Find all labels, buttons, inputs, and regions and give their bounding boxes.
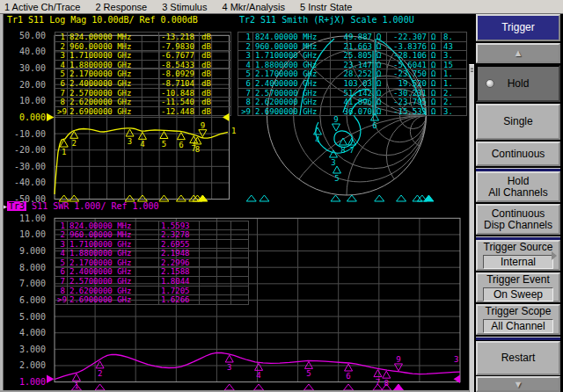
tr3-marker-6: 6	[345, 364, 353, 381]
tr3-marker-3: 3	[225, 355, 233, 372]
tr2-marker-cell: 6	[238, 79, 253, 89]
softkey-continuous-disp-channels[interactable]: ContinuousDisp Channels	[476, 204, 560, 235]
svg-text:3: 3	[227, 363, 231, 372]
menu-item-3[interactable]: 3 Stimulus	[162, 2, 207, 12]
tr1-stimulus-marker-3	[125, 195, 135, 201]
tr3-marker-cell: 2.5700000 GHz	[68, 277, 159, 287]
svg-text:4: 4	[140, 140, 144, 149]
svg-text:6: 6	[346, 372, 350, 381]
softkey-single[interactable]: Single	[476, 104, 560, 140]
tr1-marker-cell: dB	[200, 107, 231, 117]
svg-text:3: 3	[331, 158, 335, 167]
tr1-marker-cell: 1	[55, 33, 68, 42]
tr3-stimulus-marker-4	[254, 384, 264, 390]
tr2-marker-8: 8	[340, 138, 347, 155]
tr2-marker-cell: -23.750	[387, 69, 429, 79]
tr3-marker-cell	[231, 287, 249, 296]
softkey-value: All Channel	[483, 319, 553, 333]
softkey-scroll-down[interactable]: ▼	[476, 376, 560, 392]
softkey-hold-all-channels[interactable]: HoldAll Channels	[476, 171, 560, 202]
tr1-stimulus-marker-6	[176, 195, 186, 201]
tr1-title: Tr1 S11 Log Mag 10.00dB/ Ref 0.000dB	[7, 15, 198, 25]
softkey-splitter[interactable]	[469, 64, 474, 392]
tr2-marker-cell: 8.	[442, 33, 467, 42]
tr1-stimulus-marker-5	[159, 195, 169, 201]
tr1-marker-cell: -13.218	[159, 33, 200, 42]
tr1-marker-cell: 4	[55, 61, 68, 70]
tr1-marker-cell: -8.7104	[159, 79, 200, 89]
softkey-trigger-scope[interactable]: Trigger ScopeAll Channel	[476, 304, 560, 335]
menu-item-4[interactable]: 4 Mkr/Analysis	[222, 2, 285, 12]
tr1-ylabel: 0.000	[4, 113, 46, 122]
tr1-marker-cell: dB	[200, 51, 231, 61]
tr3-stimulus-marker-8	[382, 384, 391, 390]
tr2-marker-cell: Ω	[375, 89, 387, 98]
tr3-marker-cell	[231, 277, 249, 287]
splitter-handle-icon	[471, 67, 473, 73]
tr3-ylabel: 2.000	[4, 360, 46, 370]
tr3-marker-cell	[231, 240, 249, 250]
tr3-marker-cell: 1.5593	[159, 221, 200, 231]
tr3-ylabel: 8.000	[4, 263, 46, 272]
radio-indicator-icon	[486, 79, 494, 88]
svg-text:9: 9	[396, 355, 400, 364]
tr3-ylabel: 11.00	[4, 214, 46, 223]
tr2-marker-cell: Ω	[375, 98, 387, 107]
tr1-marker-cell: -8.5433	[159, 61, 200, 70]
tr2-marker-cell: -3.8376	[387, 42, 429, 52]
tr3-ylabel: 4.000	[4, 328, 46, 338]
tr1-marker-cell: 960.00000 MHz	[68, 42, 159, 52]
tr3-marker-cell: 2.1948	[159, 249, 200, 258]
menu-item-2[interactable]: 2 Response	[95, 2, 147, 12]
tr1-marker-9: 9	[199, 121, 207, 137]
tr1-marker-3: 3	[126, 129, 134, 146]
tr2-marker-cell: Ω	[429, 107, 442, 117]
analyzer-screen: 1 Active Ch/Trace2 Response3 Stimulus4 M…	[0, 0, 563, 392]
tr1-marker-4: 4	[138, 132, 146, 149]
softkey-continuous[interactable]: Continuous	[476, 142, 560, 166]
tr2-marker-cell: Ω	[375, 61, 387, 70]
tr2-marker-cell: 15	[442, 61, 467, 70]
tr2-marker-cell: -23.795	[387, 98, 429, 107]
menu-bar: 1 Active Ch/Trace2 Response3 Stimulus4 M…	[0, 0, 563, 14]
softkey-label: Restart	[501, 352, 536, 364]
softkey-trigger-event[interactable]: Trigger EventOn Sweep	[476, 272, 560, 302]
tr2-marker-table: 1824.00000 MHz49.887Ω-22.307Ω8.2960.0000…	[238, 32, 467, 116]
window-frame-left	[0, 14, 4, 392]
tr2-marker-cell: Ω	[375, 69, 387, 79]
softkey-separator	[476, 337, 560, 340]
tr3-marker-5: 5	[304, 361, 312, 378]
tr1-marker-cell: 2.4000000 GHz	[68, 79, 159, 89]
softkey-trigger-source[interactable]: Trigger SourceInternal	[476, 240, 560, 271]
tr3-stimulus-marker-3	[224, 384, 234, 390]
tr3-marker-8: 8	[383, 371, 391, 388]
tr2-marker-cell: 28.252	[331, 69, 375, 79]
tr1-marker-cell: 1.8800000 GHz	[68, 61, 159, 70]
tr1-ylabel: -10.00	[4, 129, 46, 139]
tr3-ylabel: 3.000	[4, 345, 46, 354]
tr3-marker-cell	[200, 240, 231, 250]
svg-text:4: 4	[315, 135, 319, 144]
menu-item-1[interactable]: 1 Active Ch/Trace	[4, 2, 80, 12]
tr2-marker-cell: Ω	[429, 42, 442, 52]
tr2-stimulus-marker-6	[397, 195, 406, 201]
tr3-marker-cell: 960.00000 MHz	[68, 230, 159, 240]
softkey-label-line2: Disp Channels	[484, 220, 552, 231]
tr2-marker-cell: 824.00000 MHz	[253, 33, 331, 42]
tr3-marker-2: 2	[96, 361, 104, 378]
tr1-marker-cell: 824.00000 MHz	[68, 33, 159, 42]
tr2-marker-cell: 19.520	[387, 79, 429, 89]
softkey-label: Trigger Event	[486, 274, 550, 286]
softkey-hold[interactable]: Hold	[476, 65, 560, 102]
tr2-marker-cell: 51.142	[331, 89, 375, 98]
tr1-marker-cell: 3	[55, 51, 68, 61]
softkey-scroll-up[interactable]: ▲	[476, 43, 560, 63]
menu-item-5[interactable]: 5 Instr State	[300, 2, 352, 12]
softkey-label: Hold	[508, 78, 530, 90]
tr1-marker-cell: 2.1700000 GHz	[68, 69, 159, 79]
softkey-restart[interactable]: Restart	[476, 341, 560, 375]
softkey-value: On Sweep	[483, 287, 553, 301]
tr2-marker-cell: 7	[238, 89, 253, 98]
tr3-marker-cell	[200, 249, 231, 258]
tr3-marker-7: 7	[374, 370, 382, 387]
